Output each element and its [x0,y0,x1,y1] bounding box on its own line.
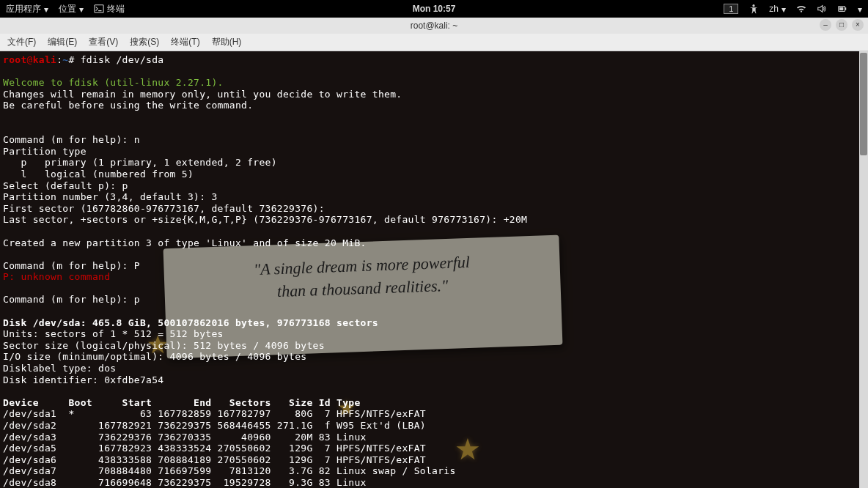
prompt-hash: # [68,54,80,65]
output-line: Disklabel type: dos [3,363,116,374]
svg-rect-0 [95,5,103,13]
minimize-button[interactable]: – [820,19,831,31]
places-menu[interactable]: 位置▾ [59,3,84,15]
window-titlebar: root@kali: ~ – □ × [0,18,868,34]
menu-help[interactable]: 帮助(H) [207,34,246,50]
close-button[interactable]: × [852,19,864,31]
output-line: Sector size (logical/physical): 512 byte… [3,340,325,351]
output-line: Partition number (3,4, default 3): 3 [3,191,218,202]
output-line: p primary (1 primary, 1 extended, 2 free… [3,157,277,168]
menu-terminal[interactable]: 终端(T) [166,34,204,50]
error-line: P: unknown command [3,271,110,282]
applications-menu[interactable]: 应用程序▾ [6,3,48,15]
terminal-icon [94,4,104,14]
fdisk-welcome: Welcome to fdisk (util-linux 2.27.1). [3,77,224,88]
scrollbar-track[interactable] [859,51,868,488]
workspace-indicator[interactable]: 1 [724,4,738,14]
prompt-at: @ [27,54,33,65]
output-line: l logical (numbered from 5) [3,169,194,180]
svg-rect-4 [839,7,843,10]
top-panel: 应用程序▾ 位置▾ 终端 Mon 10:57 1 zh▾ ▾ [0,0,868,18]
svg-point-1 [753,4,755,7]
terminal-launcher[interactable]: 终端 [94,3,125,15]
output-line: Units: sectors of 1 * 512 = 512 bytes [3,328,224,339]
maximize-button[interactable]: □ [836,19,847,31]
svg-rect-3 [845,7,846,10]
output-line: Command (m for help): n [3,134,140,145]
menu-file[interactable]: 文件(F) [3,34,40,50]
partition-row: /dev/sda8 716699648 736229375 19529728 9… [3,477,367,488]
partition-row: /dev/sda5 167782923 438333524 270550602 … [3,443,426,454]
output-line: Command (m for help): P [3,260,140,271]
output-line: Select (default p): p [3,180,128,191]
output-line: Changes will remain in memory only, unti… [3,89,402,100]
accessibility-icon[interactable] [749,4,759,14]
output-line: Disk identifier: 0xfdbe7a54 [3,374,163,385]
terminal-output[interactable]: root@kali:~# fdisk /dev/sda Welcome to f… [0,51,859,488]
menu-edit[interactable]: 编辑(E) [43,34,81,50]
menu-search[interactable]: 搜索(S) [125,34,163,50]
output-line: Created a new partition 3 of type 'Linux… [3,237,367,248]
scrollbar-thumb[interactable] [860,53,867,155]
output-line: Command (m for help): p [3,294,140,305]
partition-row: /dev/sda2 167782921 736229375 568446455 … [3,420,426,431]
command-text: fdisk /dev/sda [81,54,164,65]
menu-bar: 文件(F) 编辑(E) 查看(V) 搜索(S) 终端(T) 帮助(H) [0,34,868,51]
partition-row: /dev/sda6 438333588 708884189 270550602 … [3,454,426,465]
prompt-host: kali [33,54,57,65]
menu-view[interactable]: 查看(V) [84,34,122,50]
output-line: I/O size (minimum/optimal): 4096 bytes /… [3,351,306,362]
partition-table-header: Device Boot Start End Sectors Size Id Ty… [3,397,361,408]
network-icon[interactable] [796,4,806,14]
volume-icon[interactable] [817,4,827,14]
output-line: Be careful before using the write comman… [3,100,253,111]
terminal-area[interactable]: ★ ★ ★ ★ "A single dream is more powerful… [0,51,868,488]
output-line: Last sector, +sectors or +size{K,M,G,T,P… [3,214,527,225]
output-line: First sector (167782860-976773167, defau… [3,203,325,214]
clock[interactable]: Mon 10:57 [413,4,456,14]
output-line: Partition type [3,146,87,157]
prompt-user: root [3,54,27,65]
language-indicator[interactable]: zh▾ [769,4,786,14]
partition-row: /dev/sda1 * 63 167782859 167782797 80G 7… [3,408,426,419]
partition-row: /dev/sda7 708884480 716697599 7813120 3.… [3,465,456,476]
system-menu-arrow[interactable]: ▾ [858,4,862,15]
partition-row: /dev/sda3 736229376 736270335 40960 20M … [3,432,367,443]
battery-icon[interactable] [837,4,847,14]
window-title: root@kali: ~ [411,21,458,31]
disk-header: Disk /dev/sda: 465.8 GiB, 500107862016 b… [3,317,378,328]
